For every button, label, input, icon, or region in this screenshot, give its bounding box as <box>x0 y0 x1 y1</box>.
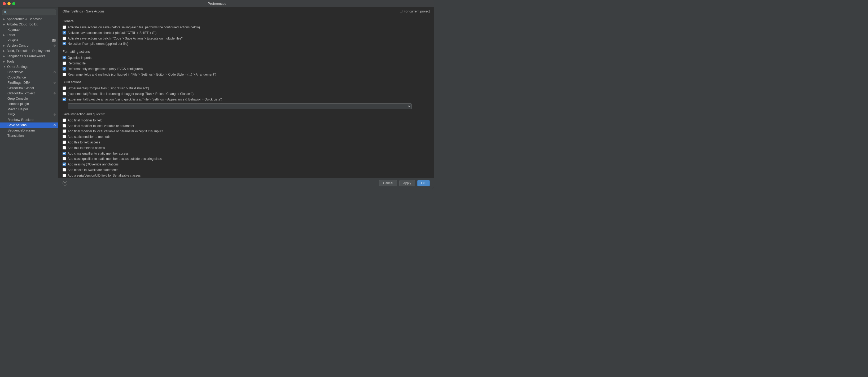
sidebar-item-label: Translation <box>7 134 24 137</box>
add-static-modifier-checkbox[interactable] <box>63 135 66 138</box>
sidebar-item-codeglance[interactable]: CodeGlance <box>0 75 58 80</box>
search-box[interactable]: 🔍 <box>2 9 56 15</box>
add-class-qualifier-static-label[interactable]: Add class qualifier to static member acc… <box>68 151 129 156</box>
ok-button[interactable]: OK <box>417 180 430 186</box>
sidebar-item-tools[interactable]: ▶ Tools <box>0 59 58 64</box>
compile-files-label[interactable]: [experimental] Compile files (using "Bui… <box>68 86 149 91</box>
sidebar-item-gittoolbox-global[interactable]: GitToolBox Global <box>0 85 58 91</box>
checkbox-execute-action: [experimental] Execute an action (using … <box>63 97 430 102</box>
maximize-button[interactable] <box>12 2 16 5</box>
sidebar-item-languages[interactable]: ▶ Languages & Frameworks <box>0 54 58 59</box>
execute-action-label[interactable]: [experimental] Execute an action (using … <box>68 97 222 102</box>
sidebar-item-editor[interactable]: ▶ Editor <box>0 32 58 38</box>
sidebar-item-grep-console[interactable]: Grep Console <box>0 96 58 101</box>
add-class-qualifier-static-checkbox[interactable] <box>63 152 66 155</box>
add-final-field-label[interactable]: Add final modifier to field <box>68 118 102 123</box>
add-final-local-label[interactable]: Add final modifier to local variable or … <box>68 124 134 128</box>
search-input[interactable] <box>9 10 54 14</box>
sidebar-item-translation[interactable]: Translation <box>0 133 58 138</box>
sidebar-item-gittoolbox-project[interactable]: GitToolBox Project ⚙ <box>0 91 58 96</box>
optimize-imports-checkbox[interactable] <box>63 56 66 59</box>
cancel-button[interactable]: Cancel <box>379 180 397 186</box>
reload-files-label[interactable]: [experimental] Reload files in running d… <box>68 92 193 96</box>
add-blocks-checkbox[interactable] <box>63 168 66 171</box>
arrow-icon: ▶ <box>3 34 5 36</box>
general-title: General <box>63 19 430 23</box>
reformat-changed-checkbox[interactable] <box>63 67 66 70</box>
add-final-local-except-label[interactable]: Add final modifier to local variable or … <box>68 129 163 134</box>
apply-button[interactable]: Apply <box>399 180 415 186</box>
title-bar: Preferences <box>0 0 434 7</box>
add-class-qualifier-outside-label[interactable]: Add class qualifier to static member acc… <box>68 157 162 161</box>
checkbox-add-class-qualifier-outside: Add class qualifier to static member acc… <box>63 156 430 162</box>
sidebar: 🔍 ▶ Appearance & Behavior ▶ Alibaba Clou… <box>0 7 58 189</box>
sidebar-item-save-actions[interactable]: Save Actions ⚙ <box>0 123 58 128</box>
sidebar-item-lombok[interactable]: Lombok plugin <box>0 101 58 106</box>
no-action-compile-label[interactable]: No action if compile errors (applied per… <box>68 42 128 46</box>
activate-on-shortcut-checkbox[interactable] <box>63 31 66 34</box>
formatting-section: Formatting actions Optimize imports Refo… <box>63 50 430 77</box>
close-button[interactable] <box>3 2 6 5</box>
activate-on-batch-label[interactable]: Activate save actions on batch ("Code > … <box>68 36 183 41</box>
breadcrumb-part-1: Other Settings <box>63 9 83 13</box>
sidebar-item-alibaba[interactable]: ▶ Alibaba Cloud Toolkit <box>0 22 58 27</box>
sidebar-item-label: Lombok plugin <box>7 102 29 106</box>
rearrange-fields-checkbox[interactable] <box>63 73 66 76</box>
project-checkbox-icon: ☐ <box>400 9 403 13</box>
sidebar-item-checkstyle[interactable]: Checkstyle ⚙ <box>0 69 58 75</box>
sidebar-item-keymap[interactable]: Keymap <box>0 27 58 32</box>
for-current-project-label: For current project <box>404 9 430 13</box>
add-final-local-except-checkbox[interactable] <box>63 129 66 133</box>
add-serial-label[interactable]: Add a serialVersionUID field for Seriali… <box>68 174 141 178</box>
activate-on-save-label[interactable]: Activate save actions on save (before sa… <box>68 25 200 30</box>
activate-on-save-checkbox[interactable] <box>63 26 66 29</box>
add-final-local-checkbox[interactable] <box>63 124 66 128</box>
add-this-method-label[interactable]: Add this to method access <box>68 146 105 150</box>
sidebar-item-label: Editor <box>7 33 16 37</box>
sidebar-item-other-settings[interactable]: ▼ Other Settings <box>0 64 58 69</box>
sidebar-item-version-control[interactable]: ▶ Version Control ⚙ <box>0 43 58 48</box>
add-this-field-label[interactable]: Add this to field access <box>68 140 100 145</box>
execute-action-checkbox[interactable] <box>63 98 66 101</box>
checkbox-rearrange-fields: Rearrange fields and methods (configured… <box>63 72 430 77</box>
add-this-field-checkbox[interactable] <box>63 140 66 144</box>
checkbox-no-action-compile: No action if compile errors (applied per… <box>63 41 430 46</box>
add-serial-checkbox[interactable] <box>63 174 66 177</box>
reload-files-checkbox[interactable] <box>63 92 66 95</box>
minimize-button[interactable] <box>7 2 10 5</box>
add-class-qualifier-outside-checkbox[interactable] <box>63 157 66 160</box>
reformat-file-checkbox[interactable] <box>63 62 66 65</box>
sidebar-item-plugins[interactable]: Plugins 1 <box>0 38 58 43</box>
help-button[interactable]: ? <box>63 181 67 186</box>
checkbox-activate-on-save: Activate save actions on save (before sa… <box>63 25 430 30</box>
optimize-imports-label[interactable]: Optimize imports <box>68 56 91 60</box>
quick-list-dropdown[interactable] <box>68 103 412 109</box>
compile-files-checkbox[interactable] <box>63 87 66 90</box>
add-override-label[interactable]: Add missing @Override annotations <box>68 162 119 167</box>
sidebar-item-label: CodeGlance <box>7 75 26 79</box>
sidebar-item-sequence-diagram[interactable]: SequenceDiagram <box>0 128 58 133</box>
rearrange-fields-label[interactable]: Rearrange fields and methods (configured… <box>68 72 216 77</box>
add-blocks-label[interactable]: Add blocks to if/while/for statements <box>68 168 118 172</box>
sidebar-item-label: Alibaba Cloud Toolkit <box>7 23 38 26</box>
sidebar-item-label: GitToolBox Project <box>7 91 35 95</box>
add-override-checkbox[interactable] <box>63 162 66 166</box>
sidebar-item-label: Grep Console <box>7 97 28 100</box>
activate-on-batch-checkbox[interactable] <box>63 37 66 40</box>
sidebar-item-findbugs[interactable]: FindBugs-IDEA ⚙ <box>0 80 58 85</box>
sidebar-item-pmd[interactable]: PMD ⚙ <box>0 112 58 117</box>
build-title: Build actions <box>63 80 430 84</box>
add-this-method-checkbox[interactable] <box>63 146 66 150</box>
sidebar-item-appearance[interactable]: ▶ Appearance & Behavior <box>0 17 58 22</box>
sidebar-item-build[interactable]: ▶ Build, Execution, Deployment <box>0 48 58 54</box>
sidebar-item-rainbow-brackets[interactable]: Rainbow Brackets <box>0 117 58 123</box>
activate-on-shortcut-label[interactable]: Activate save actions on shortcut (defau… <box>68 31 156 35</box>
settings-icon: ⚙ <box>53 113 56 116</box>
add-final-field-checkbox[interactable] <box>63 119 66 122</box>
reformat-changed-label[interactable]: Reformat only changed code (only if VCS … <box>68 67 143 71</box>
add-static-modifier-label[interactable]: Add static modifier to methods <box>68 135 110 139</box>
reformat-file-label[interactable]: Reformat file <box>68 61 86 66</box>
sidebar-item-maven-helper[interactable]: Maven Helper <box>0 106 58 112</box>
sidebar-item-label: Save Actions <box>7 123 27 127</box>
no-action-compile-checkbox[interactable] <box>63 42 66 45</box>
